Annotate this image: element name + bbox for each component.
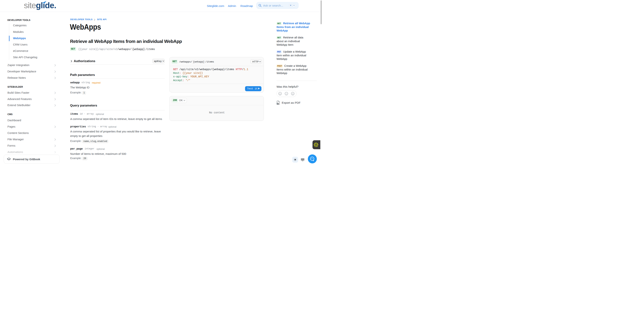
svg-text:PDF: PDF (277, 103, 278, 104)
